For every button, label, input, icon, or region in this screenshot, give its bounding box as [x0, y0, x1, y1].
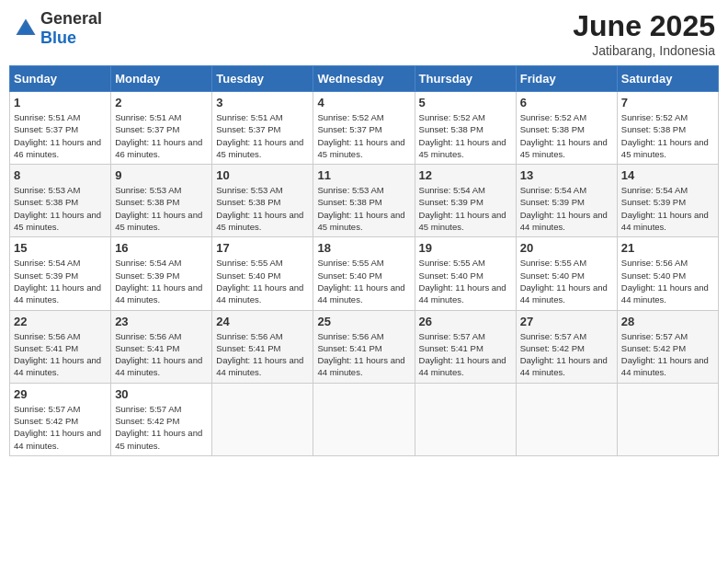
- calendar-day-12: 12Sunrise: 5:54 AM Sunset: 5:39 PM Dayli…: [415, 165, 516, 237]
- day-number: 27: [520, 315, 613, 328]
- logo-blue-text: Blue: [40, 29, 76, 47]
- calendar-week-2: 8Sunrise: 5:53 AM Sunset: 5:38 PM Daylig…: [10, 165, 719, 237]
- day-number: 25: [317, 315, 410, 328]
- day-info: Sunrise: 5:57 AM Sunset: 5:42 PM Dayligh…: [621, 330, 714, 379]
- day-header-tuesday: Tuesday: [212, 66, 313, 92]
- calendar-day-2: 2Sunrise: 5:51 AM Sunset: 5:37 PM Daylig…: [111, 92, 212, 165]
- day-number: 1: [14, 96, 107, 109]
- logo-icon: [13, 16, 39, 41]
- calendar-day-30: 30Sunrise: 5:57 AM Sunset: 5:42 PM Dayli…: [111, 383, 212, 455]
- day-number: 26: [419, 315, 512, 328]
- day-number: 2: [115, 96, 208, 109]
- calendar-week-4: 22Sunrise: 5:56 AM Sunset: 5:41 PM Dayli…: [10, 310, 719, 383]
- calendar-day-4: 4Sunrise: 5:52 AM Sunset: 5:37 PM Daylig…: [313, 92, 415, 165]
- day-info: Sunrise: 5:55 AM Sunset: 5:40 PM Dayligh…: [317, 257, 410, 305]
- day-number: 8: [14, 168, 107, 182]
- calendar-day-7: 7Sunrise: 5:52 AM Sunset: 5:38 PM Daylig…: [617, 92, 718, 165]
- calendar-day-9: 9Sunrise: 5:53 AM Sunset: 5:38 PM Daylig…: [111, 165, 212, 237]
- day-info: Sunrise: 5:54 AM Sunset: 5:39 PM Dayligh…: [14, 257, 107, 305]
- calendar-day-22: 22Sunrise: 5:56 AM Sunset: 5:41 PM Dayli…: [10, 310, 111, 383]
- day-header-monday: Monday: [111, 66, 212, 92]
- day-header-saturday: Saturday: [617, 66, 718, 92]
- calendar-day-8: 8Sunrise: 5:53 AM Sunset: 5:38 PM Daylig…: [10, 165, 111, 237]
- day-info: Sunrise: 5:55 AM Sunset: 5:40 PM Dayligh…: [216, 257, 309, 305]
- day-info: Sunrise: 5:54 AM Sunset: 5:39 PM Dayligh…: [520, 184, 613, 233]
- calendar-empty-cell: [415, 383, 516, 455]
- day-info: Sunrise: 5:54 AM Sunset: 5:39 PM Dayligh…: [621, 184, 714, 233]
- day-number: 3: [216, 96, 309, 109]
- logo-general-text: General: [40, 9, 102, 28]
- day-number: 16: [115, 241, 208, 255]
- day-info: Sunrise: 5:52 AM Sunset: 5:38 PM Dayligh…: [520, 111, 613, 160]
- page-header: General Blue June 2025 Jatibarang, Indon…: [9, 9, 719, 58]
- calendar-empty-cell: [516, 383, 617, 455]
- calendar-day-25: 25Sunrise: 5:56 AM Sunset: 5:41 PM Dayli…: [313, 310, 415, 383]
- calendar-week-5: 29Sunrise: 5:57 AM Sunset: 5:42 PM Dayli…: [10, 383, 719, 455]
- calendar-day-16: 16Sunrise: 5:54 AM Sunset: 5:39 PM Dayli…: [111, 237, 212, 310]
- day-number: 13: [520, 168, 613, 182]
- calendar-day-1: 1Sunrise: 5:51 AM Sunset: 5:37 PM Daylig…: [10, 92, 111, 165]
- calendar-day-15: 15Sunrise: 5:54 AM Sunset: 5:39 PM Dayli…: [10, 237, 111, 310]
- calendar-day-28: 28Sunrise: 5:57 AM Sunset: 5:42 PM Dayli…: [617, 310, 718, 383]
- calendar-day-29: 29Sunrise: 5:57 AM Sunset: 5:42 PM Dayli…: [10, 383, 111, 455]
- calendar-day-19: 19Sunrise: 5:55 AM Sunset: 5:40 PM Dayli…: [415, 237, 516, 310]
- day-info: Sunrise: 5:55 AM Sunset: 5:40 PM Dayligh…: [520, 257, 613, 305]
- day-info: Sunrise: 5:52 AM Sunset: 5:38 PM Dayligh…: [419, 111, 512, 160]
- day-info: Sunrise: 5:52 AM Sunset: 5:38 PM Dayligh…: [621, 111, 714, 160]
- day-info: Sunrise: 5:56 AM Sunset: 5:41 PM Dayligh…: [216, 330, 309, 379]
- day-number: 19: [419, 241, 512, 255]
- day-number: 18: [317, 241, 410, 255]
- day-number: 17: [216, 241, 309, 255]
- calendar-day-24: 24Sunrise: 5:56 AM Sunset: 5:41 PM Dayli…: [212, 310, 313, 383]
- calendar-empty-cell: [617, 383, 718, 455]
- day-number: 12: [419, 168, 512, 182]
- day-info: Sunrise: 5:57 AM Sunset: 5:42 PM Dayligh…: [520, 330, 613, 379]
- day-number: 29: [14, 387, 107, 401]
- calendar-day-6: 6Sunrise: 5:52 AM Sunset: 5:38 PM Daylig…: [516, 92, 617, 165]
- day-number: 11: [317, 168, 410, 182]
- calendar-subtitle: Jatibarang, Indonesia: [573, 43, 715, 58]
- day-number: 30: [115, 387, 208, 401]
- day-info: Sunrise: 5:57 AM Sunset: 5:42 PM Dayligh…: [14, 403, 107, 452]
- day-info: Sunrise: 5:57 AM Sunset: 5:41 PM Dayligh…: [419, 330, 512, 379]
- day-number: 7: [621, 96, 714, 109]
- day-number: 5: [419, 96, 512, 109]
- calendar-empty-cell: [313, 383, 415, 455]
- calendar-header-row: SundayMondayTuesdayWednesdayThursdayFrid…: [10, 66, 719, 92]
- calendar-day-14: 14Sunrise: 5:54 AM Sunset: 5:39 PM Dayli…: [617, 165, 718, 237]
- calendar-title: June 2025: [573, 9, 715, 43]
- day-number: 9: [115, 168, 208, 182]
- day-number: 14: [621, 168, 714, 182]
- day-number: 28: [621, 315, 714, 328]
- day-header-sunday: Sunday: [10, 66, 111, 92]
- day-info: Sunrise: 5:51 AM Sunset: 5:37 PM Dayligh…: [14, 111, 107, 160]
- calendar-day-18: 18Sunrise: 5:55 AM Sunset: 5:40 PM Dayli…: [313, 237, 415, 310]
- calendar-day-17: 17Sunrise: 5:55 AM Sunset: 5:40 PM Dayli…: [212, 237, 313, 310]
- day-info: Sunrise: 5:55 AM Sunset: 5:40 PM Dayligh…: [419, 257, 512, 305]
- day-info: Sunrise: 5:52 AM Sunset: 5:37 PM Dayligh…: [317, 111, 410, 160]
- day-info: Sunrise: 5:53 AM Sunset: 5:38 PM Dayligh…: [216, 184, 309, 233]
- day-info: Sunrise: 5:57 AM Sunset: 5:42 PM Dayligh…: [115, 403, 208, 452]
- day-number: 21: [621, 241, 714, 255]
- day-number: 22: [14, 315, 107, 328]
- day-info: Sunrise: 5:56 AM Sunset: 5:41 PM Dayligh…: [14, 330, 107, 379]
- day-header-thursday: Thursday: [415, 66, 516, 92]
- calendar-day-13: 13Sunrise: 5:54 AM Sunset: 5:39 PM Dayli…: [516, 165, 617, 237]
- day-info: Sunrise: 5:51 AM Sunset: 5:37 PM Dayligh…: [115, 111, 208, 160]
- calendar-empty-cell: [212, 383, 313, 455]
- day-info: Sunrise: 5:56 AM Sunset: 5:40 PM Dayligh…: [621, 257, 714, 305]
- calendar-day-10: 10Sunrise: 5:53 AM Sunset: 5:38 PM Dayli…: [212, 165, 313, 237]
- day-info: Sunrise: 5:54 AM Sunset: 5:39 PM Dayligh…: [419, 184, 512, 233]
- day-info: Sunrise: 5:56 AM Sunset: 5:41 PM Dayligh…: [317, 330, 410, 379]
- day-info: Sunrise: 5:53 AM Sunset: 5:38 PM Dayligh…: [14, 184, 107, 233]
- day-info: Sunrise: 5:54 AM Sunset: 5:39 PM Dayligh…: [115, 257, 208, 305]
- day-number: 15: [14, 241, 107, 255]
- day-number: 24: [216, 315, 309, 328]
- calendar-day-21: 21Sunrise: 5:56 AM Sunset: 5:40 PM Dayli…: [617, 237, 718, 310]
- logo: General Blue: [13, 9, 102, 48]
- calendar-table: SundayMondayTuesdayWednesdayThursdayFrid…: [9, 65, 719, 456]
- calendar-day-5: 5Sunrise: 5:52 AM Sunset: 5:38 PM Daylig…: [415, 92, 516, 165]
- day-number: 4: [317, 96, 410, 109]
- day-info: Sunrise: 5:53 AM Sunset: 5:38 PM Dayligh…: [317, 184, 410, 233]
- calendar-day-20: 20Sunrise: 5:55 AM Sunset: 5:40 PM Dayli…: [516, 237, 617, 310]
